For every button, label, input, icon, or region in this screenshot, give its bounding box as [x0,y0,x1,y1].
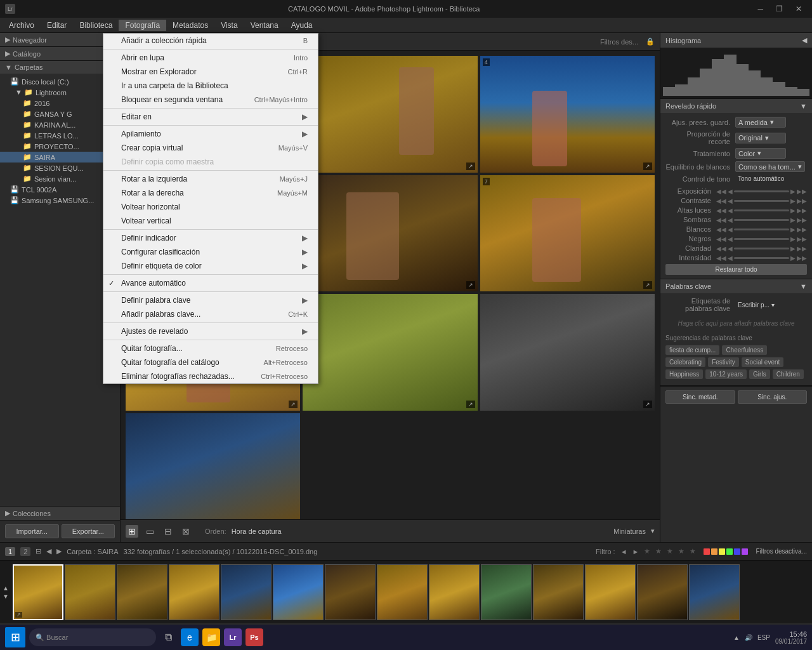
date-display: 09/01/2017 [775,638,807,645]
dd-sep-2 [103,108,318,109]
dd-rotate-left-shortcut: Mayús+J [280,175,308,183]
dd-virtual-copy-shortcut: Mayús+V [278,144,308,152]
dd-add-keywords[interactable]: Añadir palabras clave... Ctrl+K [103,307,318,321]
dropdown-menu: Añadir a colección rápida B Abrir en lup… [103,33,318,384]
dd-delete-catalog-shortcut: Alt+Retroceso [264,359,308,366]
dd-block-second[interactable]: Bloquear en segunda ventana Ctrl+Mayús+I… [103,93,318,107]
dd-sep-6 [103,274,318,275]
dd-sep-8 [103,322,318,323]
dd-flip-h[interactable]: Voltear horizontal [103,200,318,214]
dd-delete-photo[interactable]: Quitar fotografía... Retroceso [103,342,318,355]
edge-icon[interactable]: e [181,628,199,646]
dd-sep-1 [103,49,318,50]
dd-flip-v[interactable]: Voltear vertical [103,214,318,228]
dd-set-master-label: Definir copia como maestra [121,157,214,166]
dd-set-rating-arrow: ▶ [302,248,308,256]
dd-set-flag-arrow: ▶ [302,234,308,242]
dd-auto-advance[interactable]: Avance automático [103,276,318,290]
dd-delete-photo-label: Quitar fotografía... [121,344,183,353]
dd-edit-in-label: Editar en [121,112,152,121]
dd-sep-9 [103,340,318,340]
dd-show-explorer[interactable]: Mostrar en Explorador Ctrl+R [103,65,318,79]
dd-set-color-label: Definir etiqueta de color [121,262,202,270]
file-explorer-icon[interactable]: 📁 [202,628,220,646]
dd-develop-settings[interactable]: Ajustes de revelado ▶ [103,324,318,338]
tray-sound[interactable]: 🔊 [745,634,752,641]
dd-delete-catalog-label: Quitar fotografía del catálogo [121,358,219,367]
tray-lang: ESP [757,634,770,641]
dd-sep-5 [103,229,318,230]
dd-sep-7 [103,291,318,292]
task-view-button[interactable]: ⧉ [160,629,177,646]
clock: 15:46 09/01/2017 [775,630,807,645]
dd-add-quick-shortcut: B [303,37,308,44]
dd-develop-settings-label: Ajustes de revelado [121,327,188,336]
dd-delete-rejected[interactable]: Eliminar fotografías rechazadas... Ctrl+… [103,369,318,383]
dd-add-quick-label: Añadir a colección rápida [121,36,207,45]
dd-add-quick[interactable]: Añadir a colección rápida B [103,34,318,48]
dd-stacking[interactable]: Apilamiento ▶ [103,127,318,141]
dd-block-second-label: Bloquear en segunda ventana [121,95,223,104]
dd-set-flag-label: Definir indicador [121,234,176,242]
dd-virtual-copy-label: Crear copia virtual [121,143,183,152]
dd-delete-photo-shortcut: Retroceso [276,345,308,352]
dd-virtual-copy[interactable]: Crear copia virtual Mayús+V [103,141,318,155]
start-button[interactable]: ⊞ [5,627,25,647]
dd-go-folder-label: Ir a una carpeta de la Biblioteca [121,81,228,90]
dd-edit-in-arrow: ▶ [302,112,308,121]
dd-open-loupe-shortcut: Intro [294,54,308,62]
dd-set-color-arrow: ▶ [302,262,308,270]
dd-set-keyword[interactable]: Definir palabra clave ▶ [103,293,318,307]
dd-rotate-left[interactable]: Rotar a la izquierda Mayús+J [103,172,318,186]
dd-set-rating[interactable]: Configurar clasificación ▶ [103,245,318,259]
dd-show-explorer-shortcut: Ctrl+R [288,68,308,76]
dd-open-loupe-label: Abrir en lupa [121,53,164,62]
dd-delete-catalog[interactable]: Quitar fotografía del catálogo Alt+Retro… [103,355,318,369]
dd-show-explorer-label: Mostrar en Explorador [121,67,197,76]
dd-add-keywords-label: Añadir palabras clave... [121,310,200,319]
dd-block-second-shortcut: Ctrl+Mayús+Intro [254,96,308,103]
dd-set-flag[interactable]: Definir indicador ▶ [103,231,318,245]
dd-rotate-right-label: Rotar a la derecha [121,189,184,197]
dd-flip-h-label: Voltear horizontal [121,202,180,211]
dd-flip-v-label: Voltear vertical [121,216,171,225]
tray-up-arrow[interactable]: ▲ [733,634,740,641]
dd-open-loupe[interactable]: Abrir en lupa Intro [103,51,318,65]
photoshop-taskbar-icon[interactable]: Ps [246,628,263,646]
dd-develop-settings-arrow: ▶ [302,327,308,336]
dd-stacking-label: Apilamiento [121,129,161,138]
dd-delete-rejected-shortcut: Ctrl+Retroceso [261,373,308,380]
dd-stacking-arrow: ▶ [302,129,308,138]
dd-rotate-right[interactable]: Rotar a la derecha Mayús+M [103,186,318,200]
lightroom-taskbar-icon[interactable]: Lr [224,628,242,646]
dd-sep-3 [103,125,318,126]
dd-set-master: Definir copia como maestra [103,155,318,169]
dd-add-keywords-shortcut: Ctrl+K [288,310,308,318]
search-taskbar[interactable]: 🔍 Buscar [29,628,156,646]
dd-edit-in[interactable]: Editar en ▶ [103,110,318,124]
dd-rotate-left-label: Rotar a la izquierda [121,175,187,183]
dd-delete-rejected-label: Eliminar fotografías rechazadas... [121,372,235,381]
dd-set-keyword-label: Definir palabra clave [121,296,190,305]
dd-auto-advance-label: Avance automático [121,279,186,288]
time-display: 15:46 [775,630,807,638]
dd-set-rating-label: Configurar clasificación [121,248,200,256]
system-tray: ▲ 🔊 ESP 15:46 09/01/2017 [733,630,807,645]
taskbar: ⊞ 🔍 Buscar ⧉ e 📁 Lr Ps ▲ 🔊 ESP 15:46 09/… [0,625,812,650]
dd-rotate-right-shortcut: Mayús+M [277,189,308,197]
dd-sep-4 [103,170,318,171]
dd-set-keyword-arrow: ▶ [302,296,308,305]
dd-set-color[interactable]: Definir etiqueta de color ▶ [103,259,318,273]
dd-go-folder[interactable]: Ir a una carpeta de la Biblioteca [103,79,318,93]
